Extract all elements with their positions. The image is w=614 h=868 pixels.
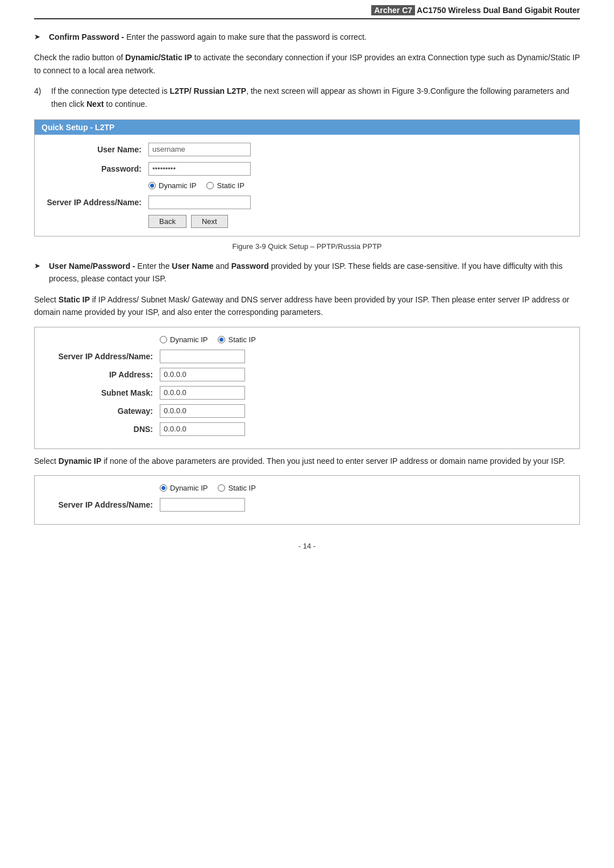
radio-dot-static-2 bbox=[219, 338, 223, 342]
dns-input[interactable] bbox=[160, 422, 245, 436]
server-input-1[interactable] bbox=[148, 196, 251, 209]
radio-circle-dynamic-3 bbox=[160, 484, 167, 492]
page-footer: - 14 - bbox=[34, 542, 580, 550]
radio-static-label-1: Static IP bbox=[217, 181, 244, 190]
radio-dynamic-ip-3[interactable]: Dynamic IP bbox=[160, 484, 208, 492]
username-label: User Name: bbox=[46, 145, 148, 154]
radio-dynamic-ip-2[interactable]: Dynamic IP bbox=[160, 335, 208, 344]
server-label-1: Server IP Address/Name: bbox=[46, 198, 148, 207]
server-ip-row-3: Server IP Address/Name: bbox=[46, 498, 568, 512]
item4-content: If the connection type detected is L2TP/… bbox=[51, 85, 580, 110]
radio-dynamic-label-3: Dynamic IP bbox=[170, 484, 208, 492]
numbered-item-4: 4) If the connection type detected is L2… bbox=[34, 85, 580, 110]
next-button-1[interactable]: Next bbox=[191, 215, 228, 228]
item4-text3: to continue. bbox=[104, 99, 147, 109]
ip-input[interactable] bbox=[160, 368, 245, 381]
gateway-row: Gateway: bbox=[46, 404, 568, 418]
bullet2-text2: and bbox=[213, 261, 231, 271]
dns-label: DNS: bbox=[46, 425, 160, 434]
dynamic-ip-box: Dynamic IP Static IP Server IP Address/N… bbox=[34, 475, 580, 525]
para3-bold1: Dynamic IP bbox=[59, 456, 101, 466]
radio-group-3: Dynamic IP Static IP bbox=[46, 484, 568, 492]
password-row: Password: bbox=[46, 162, 568, 176]
ip-address-row: IP Address: bbox=[46, 368, 568, 381]
radio-dynamic-label-2: Dynamic IP bbox=[170, 335, 208, 344]
quick-setup-box: Quick Setup - L2TP User Name: Password: … bbox=[34, 119, 580, 236]
radio-group-1: Dynamic IP Static IP bbox=[46, 181, 568, 190]
bullet2-bold2: User Name bbox=[172, 261, 213, 271]
bullet-username-password: ➤ User Name/Password - Enter the User Na… bbox=[34, 260, 580, 285]
password-input[interactable] bbox=[148, 162, 251, 176]
confirm-password-bold: Confirm Password - bbox=[49, 32, 124, 41]
subnet-mask-row: Subnet Mask: bbox=[46, 386, 568, 400]
username-row: User Name: bbox=[46, 143, 568, 156]
para1-bold: Dynamic/Static IP bbox=[125, 53, 192, 62]
radio-circle-static-2 bbox=[218, 336, 225, 343]
para-static-ip: Select Static IP if IP Address/ Subnet M… bbox=[34, 293, 580, 319]
dns-row: DNS: bbox=[46, 422, 568, 436]
static-box-body: Dynamic IP Static IP Server IP Address/N… bbox=[35, 327, 579, 448]
server-input-3[interactable] bbox=[160, 498, 245, 512]
bullet-arrow-2: ➤ bbox=[34, 260, 49, 285]
quick-setup-body: User Name: Password: Dynamic IP Stati bbox=[35, 135, 579, 236]
bullet-content-2: User Name/Password - Enter the User Name… bbox=[49, 260, 580, 285]
para2-text2: if IP Address/ Subnet Mask/ Gateway and … bbox=[34, 295, 569, 317]
page-header: Archer C7AC1750 Wireless Dual Band Gigab… bbox=[34, 0, 580, 19]
subnet-label: Subnet Mask: bbox=[46, 388, 160, 397]
model-label: Archer C7 bbox=[371, 5, 415, 15]
gateway-label: Gateway: bbox=[46, 406, 160, 416]
figure-caption: Figure 3-9 Quick Setup – PPTP/Russia PPT… bbox=[34, 242, 580, 251]
radio-dot-dynamic-1 bbox=[150, 184, 154, 188]
back-button-1[interactable]: Back bbox=[148, 215, 186, 228]
bullet2-text1: Enter the bbox=[135, 261, 172, 271]
radio-circle-static-3 bbox=[218, 484, 225, 492]
server-ip-row-2: Server IP Address/Name: bbox=[46, 350, 568, 363]
item4-bold2: Next bbox=[86, 99, 103, 109]
page-number: - 14 - bbox=[298, 542, 316, 550]
radio-dynamic-label-1: Dynamic IP bbox=[159, 181, 196, 190]
radio-static-ip-3[interactable]: Static IP bbox=[218, 484, 255, 492]
para-dynamic-ip: Select Dynamic IP if none of the above p… bbox=[34, 455, 580, 467]
radio-circle-static-1 bbox=[206, 182, 214, 189]
radio-static-ip-2[interactable]: Static IP bbox=[218, 335, 255, 344]
radio-dynamic-ip-1[interactable]: Dynamic IP bbox=[148, 181, 196, 190]
para3-text2: if none of the above parameters are prov… bbox=[101, 456, 565, 466]
item4-number: 4) bbox=[34, 85, 51, 110]
bullet2-bold3: Password bbox=[231, 261, 269, 271]
para-dynamic-static: Check the radio button of Dynamic/Static… bbox=[34, 51, 580, 77]
password-label: Password: bbox=[46, 164, 148, 173]
radio-static-label-3: Static IP bbox=[228, 484, 255, 492]
server-label-2: Server IP Address/Name: bbox=[46, 352, 160, 361]
subnet-input[interactable] bbox=[160, 386, 245, 400]
ip-label: IP Address: bbox=[46, 370, 160, 379]
username-input[interactable] bbox=[148, 143, 251, 156]
item4-text1: If the connection type detected is bbox=[51, 86, 170, 95]
para2-bold1: Static IP bbox=[59, 295, 90, 304]
radio-group-2: Dynamic IP Static IP bbox=[46, 335, 568, 344]
product-label: AC1750 Wireless Dual Band Gigabit Router bbox=[417, 6, 580, 15]
bullet-confirm-password: ➤ Confirm Password - Enter the password … bbox=[34, 31, 580, 43]
server-label-3: Server IP Address/Name: bbox=[46, 500, 160, 509]
radio-static-ip-1[interactable]: Static IP bbox=[206, 181, 244, 190]
bullet-content-1: Confirm Password - Enter the password ag… bbox=[49, 31, 580, 43]
server-input-2[interactable] bbox=[160, 350, 245, 363]
static-ip-box: Dynamic IP Static IP Server IP Address/N… bbox=[34, 327, 580, 449]
quick-setup-title: Quick Setup - L2TP bbox=[35, 120, 579, 135]
item4-bold1: L2TP/ Russian L2TP bbox=[170, 86, 247, 95]
confirm-password-text: Enter the password again to make sure th… bbox=[124, 32, 366, 41]
header-title: Archer C7AC1750 Wireless Dual Band Gigab… bbox=[371, 6, 580, 15]
radio-circle-dynamic-2 bbox=[160, 336, 167, 343]
server-ip-row-1: Server IP Address/Name: bbox=[46, 196, 568, 209]
radio-dot-dynamic-3 bbox=[161, 486, 165, 490]
radio-static-label-2: Static IP bbox=[228, 335, 255, 344]
para1-text1: Check the radio button of bbox=[34, 53, 125, 62]
para2-text1: Select bbox=[34, 295, 59, 304]
gateway-input[interactable] bbox=[160, 404, 245, 418]
dynamic-box-body: Dynamic IP Static IP Server IP Address/N… bbox=[35, 476, 579, 524]
button-row-1: Back Next bbox=[46, 215, 568, 228]
para3-text1: Select bbox=[34, 456, 59, 466]
radio-circle-dynamic-1 bbox=[148, 182, 156, 189]
bullet2-bold1: User Name/Password - bbox=[49, 261, 135, 271]
bullet-arrow-1: ➤ bbox=[34, 31, 49, 43]
